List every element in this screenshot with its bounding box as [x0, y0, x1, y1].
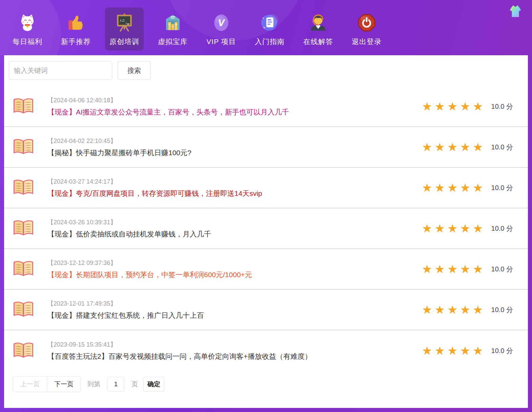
item-rating: ★★★★★ 10.0 分: [422, 182, 513, 193]
item-title[interactable]: 【现金】AI搬运文章发公众号流量主，百家号，头条号，新手也可以月入几千: [47, 107, 415, 117]
star-icon: ★: [447, 345, 457, 356]
star-icon: ★: [422, 101, 432, 112]
nav-item-logout[interactable]: 退出登录: [347, 7, 386, 50]
header: 每日福利 新手推荐 ♪♫ ♪: [0, 0, 532, 55]
star-icon: ★: [447, 182, 457, 193]
list-item[interactable]: 【2023-12-12 09:37:36】 【现金】长期团队项目，预约茅台，中签…: [4, 249, 528, 290]
item-date: 【2023-12-01 17:49:35】: [47, 300, 415, 308]
item-score: 10.0 分: [491, 102, 513, 111]
nav-item-original-training[interactable]: ♪♫ ♪ 原创培训: [105, 7, 144, 50]
item-date: 【2023-09-15 15:35:41】: [47, 341, 415, 349]
star-icon: ★: [435, 345, 445, 356]
star-rating: ★★★★★: [422, 182, 483, 193]
logout-power-icon: [357, 13, 376, 33]
nav-label: VIP 项目: [202, 37, 241, 46]
star-icon: ★: [422, 263, 432, 275]
search-button[interactable]: 搜索: [118, 61, 151, 80]
item-title[interactable]: 【揭秘】快手磁力聚星搬砖单手机日赚100元?: [47, 148, 415, 158]
list-item[interactable]: 【2024-03-27 14:24:17】 【现金】夸克/百度网盘项目，转存资源…: [4, 168, 528, 208]
open-book-icon: [13, 219, 34, 238]
star-icon: ★: [473, 304, 483, 315]
open-book-icon: [13, 300, 34, 319]
item-title[interactable]: 【现金】低价卖抽纸或自动挂机发单赚钱，月入几千: [47, 229, 415, 239]
list-item[interactable]: 【2024-04-06 12:40:18】 【现金】AI搬运文章发公众号流量主，…: [4, 86, 528, 127]
item-rating: ★★★★★ 10.0 分: [422, 101, 513, 112]
star-rating: ★★★★★: [422, 263, 483, 275]
star-icon: ★: [435, 223, 445, 234]
star-icon: ★: [460, 101, 470, 112]
item-text: 【2023-12-01 17:49:35】 【现金】搭建支付宝红包系统，推广日入…: [47, 300, 422, 320]
open-book-icon: [13, 341, 34, 360]
item-score: 10.0 分: [491, 183, 513, 192]
search-input[interactable]: [9, 61, 112, 80]
nav-item-daily-benefits[interactable]: 每日福利: [8, 7, 47, 50]
open-book-icon: [13, 138, 34, 157]
item-score: 10.0 分: [491, 265, 513, 274]
svg-text:♪♫: ♪♫: [120, 18, 125, 23]
star-rating: ★★★★★: [422, 101, 483, 112]
open-book-icon: [13, 178, 34, 197]
item-rating: ★★★★★ 10.0 分: [422, 263, 513, 275]
item-text: 【2024-04-06 12:40:18】 【现金】AI搬运文章发公众号流量主，…: [47, 96, 422, 117]
item-text: 【2023-09-15 15:35:41】 【百度答主玩法2】百家号发视频挂载问…: [47, 341, 422, 361]
open-book-icon: [13, 97, 34, 116]
star-icon: ★: [447, 141, 457, 153]
item-date: 【2024-04-06 12:40:18】: [47, 96, 415, 104]
item-rating: ★★★★★ 10.0 分: [422, 304, 513, 315]
nav-label: 退出登录: [347, 37, 386, 46]
nav-item-newbie-picks[interactable]: 新手推荐: [57, 7, 95, 50]
star-icon: ★: [473, 223, 483, 234]
star-icon: ★: [473, 141, 483, 153]
nav-item-vip-projects[interactable]: V VIP 项目: [202, 7, 241, 50]
item-title[interactable]: 【百度答主玩法2】百家号发视频挂载问一问，高单价定向询客+播放收益（有难度）: [47, 352, 415, 361]
list-item[interactable]: 【2023-12-01 17:49:35】 【现金】搭建支付宝红包系统，推广日入…: [4, 290, 528, 330]
star-icon: ★: [422, 223, 432, 234]
star-icon: ★: [460, 304, 470, 315]
nav-item-online-support[interactable]: 在线解答: [299, 7, 337, 50]
open-book-icon: [13, 260, 34, 279]
item-title[interactable]: 【现金】搭建支付宝红包系统，推广日入几十上百: [47, 311, 415, 320]
item-title[interactable]: 【现金】夸克/百度网盘项目，转存资源即可赚钱，注册即送14天svip: [47, 189, 415, 198]
goto-page-suffix-label: 页: [131, 380, 138, 389]
page-number-input[interactable]: [107, 377, 124, 392]
star-icon: ★: [447, 304, 457, 315]
star-rating: ★★★★★: [422, 345, 483, 356]
item-text: 【2024-03-27 14:24:17】 【现金】夸克/百度网盘项目，转存资源…: [47, 178, 422, 198]
star-icon: ★: [422, 182, 432, 193]
svg-text:♪: ♪: [125, 21, 127, 25]
star-icon: ★: [460, 345, 470, 356]
list-item[interactable]: 【2023-09-15 15:35:41】 【百度答主玩法2】百家号发视频挂载问…: [4, 330, 528, 371]
item-text: 【2024-03-26 10:39:31】 【现金】低价卖抽纸或自动挂机发单赚钱…: [47, 218, 422, 239]
star-rating: ★★★★★: [422, 141, 483, 153]
prev-page-button[interactable]: 上一页: [13, 376, 47, 392]
star-icon: ★: [473, 345, 483, 356]
star-icon: ★: [460, 223, 470, 234]
item-text: 【2023-12-12 09:37:36】 【现金】长期团队项目，预约茅台，中签…: [47, 259, 422, 280]
nav-item-virtual-vault[interactable]: 虚拟宝库: [154, 7, 192, 50]
star-icon: ★: [447, 101, 457, 112]
nav-label: 每日福利: [8, 37, 47, 46]
nav-item-getting-started[interactable]: 入门指南: [250, 7, 289, 50]
colorful-shirt-logo: [508, 3, 523, 19]
chalkboard-music-icon: ♪♫ ♪: [115, 13, 134, 33]
content-panel: 搜索 【2024-04-06 12:40:18】 【现金】AI搬运文章发公众号流…: [4, 55, 528, 408]
header-nav: 每日福利 新手推荐 ♪♫ ♪: [8, 0, 532, 50]
item-title[interactable]: 【现金】长期团队项目，预约茅台，中签一单利润600元/1000+元: [47, 270, 415, 280]
item-date: 【2023-12-12 09:37:36】: [47, 259, 415, 267]
list-item[interactable]: 【2024-03-26 10:39:31】 【现金】低价卖抽纸或自动挂机发单赚钱…: [4, 208, 528, 249]
star-icon: ★: [435, 304, 445, 315]
support-agent-icon: [308, 13, 328, 33]
star-rating: ★★★★★: [422, 304, 483, 315]
item-score: 10.0 分: [491, 346, 513, 355]
list-item[interactable]: 【2024-04-02 22:10:45】 【揭秘】快手磁力聚星搬砖单手机日赚1…: [4, 127, 528, 168]
confirm-page-button[interactable]: 确定: [143, 377, 164, 392]
nav-label: 原创培训: [105, 37, 144, 46]
star-icon: ★: [447, 223, 457, 234]
item-date: 【2024-03-27 14:24:17】: [47, 178, 415, 186]
lucky-cat-icon: [18, 13, 37, 33]
star-icon: ★: [473, 182, 483, 193]
pagination: 上一页 下一页 到第 页 确定: [13, 376, 528, 392]
next-page-button[interactable]: 下一页: [47, 376, 81, 392]
star-icon: ★: [435, 182, 445, 193]
item-rating: ★★★★★ 10.0 分: [422, 223, 513, 234]
